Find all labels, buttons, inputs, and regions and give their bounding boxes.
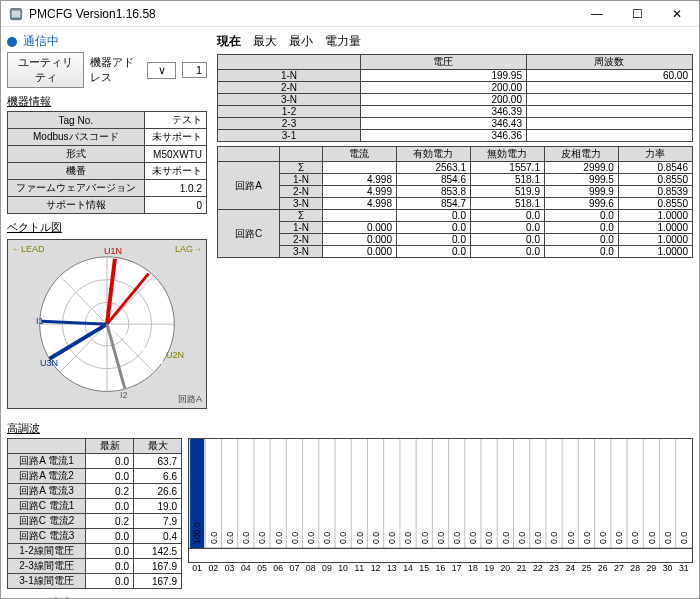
power-cell: 999.6 [544, 198, 618, 210]
tab-max[interactable]: 最大 [253, 33, 277, 50]
svg-text:0.0: 0.0 [209, 532, 219, 544]
vector-section: ベクトル図 [7, 220, 207, 235]
comm-status: 通信中 [7, 33, 207, 50]
minimize-button[interactable]: — [583, 7, 611, 21]
svg-text:31: 31 [679, 563, 689, 573]
power-cell: 0.8546 [618, 162, 692, 174]
harm-max: 63.7 [134, 454, 182, 469]
harm-latest: 0.0 [86, 574, 134, 589]
power-cell [323, 162, 397, 174]
voltage-row-label: 3-N [218, 94, 361, 106]
power-row-label: 3-N [280, 198, 323, 210]
harmonics-table: 最新最大 回路A 電流10.063.7回路A 電流20.06.6回路A 電流30… [7, 438, 182, 589]
power-cell: 0.8550 [618, 174, 692, 186]
lead-label: ←LEAD [12, 244, 45, 254]
voltage-row-label: 2-3 [218, 118, 361, 130]
power-row-label: 1-N [280, 222, 323, 234]
svg-text:0.0: 0.0 [630, 532, 640, 544]
utility-button[interactable]: ユーティリティ [7, 52, 84, 88]
svg-text:14: 14 [403, 563, 413, 573]
power-cell: 519.9 [470, 186, 544, 198]
power-cell: 0.000 [323, 222, 397, 234]
power-row-label: 3-N [280, 246, 323, 258]
svg-text:20: 20 [501, 563, 511, 573]
harm-row-label: 3-1線間電圧 [8, 574, 86, 589]
svg-text:24: 24 [565, 563, 575, 573]
row-tagno-label: Tag No. [8, 112, 145, 129]
app-icon [9, 7, 23, 21]
power-cell: 2999.0 [544, 162, 618, 174]
voltage-header-volt: 電圧 [360, 55, 526, 70]
power-cell: 518.1 [470, 174, 544, 186]
svg-text:30: 30 [663, 563, 673, 573]
power-row-label: 2-N [280, 234, 323, 246]
svg-text:0.0: 0.0 [355, 532, 365, 544]
power-header: 有効電力 [396, 147, 470, 162]
addr-value[interactable]: 1 [182, 62, 207, 78]
svg-text:18: 18 [468, 563, 478, 573]
power-row-label: 2-N [280, 186, 323, 198]
power-cell: 853.8 [396, 186, 470, 198]
tab-current[interactable]: 現在 [217, 33, 241, 50]
power-cell: 0.0 [396, 222, 470, 234]
title-bar: PMCFG Version1.16.58 — ☐ ✕ [1, 1, 699, 27]
tab-energy[interactable]: 電力量 [325, 33, 361, 50]
svg-text:0.0: 0.0 [566, 532, 576, 544]
harm-latest: 0.0 [86, 529, 134, 544]
svg-rect-1 [12, 10, 21, 17]
power-row-label: 1-N [280, 174, 323, 186]
harm-max: 6.6 [134, 469, 182, 484]
row-serial-value: 未サポート [144, 163, 206, 180]
power-row-label: Σ [280, 210, 323, 222]
power-cell: 0.0 [470, 222, 544, 234]
u2n-label: U2N [166, 350, 184, 360]
u1n-label: U1N [104, 246, 122, 256]
power-cell: 0.0 [544, 210, 618, 222]
svg-text:26: 26 [598, 563, 608, 573]
svg-text:0.0: 0.0 [614, 532, 624, 544]
row-type-value: M50XWTU [144, 146, 206, 163]
voltage-row-label: 3-1 [218, 130, 361, 142]
harm-row-label: 2-3線間電圧 [8, 559, 86, 574]
svg-text:0.0: 0.0 [387, 532, 397, 544]
power-cell: 0.0 [470, 246, 544, 258]
power-cell: 0.8550 [618, 198, 692, 210]
svg-text:0.0: 0.0 [549, 532, 559, 544]
harm-row-label: 回路C 電流3 [8, 529, 86, 544]
harm-row-label: 1-2線間電圧 [8, 544, 86, 559]
svg-text:25: 25 [582, 563, 592, 573]
svg-text:22: 22 [533, 563, 543, 573]
power-header: 無効電力 [470, 147, 544, 162]
power-route-c: 回路C [218, 210, 280, 258]
voltage-row-label: 1-N [218, 70, 361, 82]
harm-latest: 0.2 [86, 484, 134, 499]
svg-text:03: 03 [225, 563, 235, 573]
svg-text:27: 27 [614, 563, 624, 573]
row-modbus-label: Modbusパスコード [8, 129, 145, 146]
power-cell: 4.998 [323, 174, 397, 186]
maximize-button[interactable]: ☐ [623, 7, 651, 21]
voltage-row-label: 1-2 [218, 106, 361, 118]
harm-max: 142.5 [134, 544, 182, 559]
tab-min[interactable]: 最小 [289, 33, 313, 50]
harm-row-label: 回路A 電流1 [8, 454, 86, 469]
voltage-row-value [526, 106, 692, 118]
voltage-row-value: 200.00 [360, 94, 526, 106]
addr-label: 機器アドレス [90, 55, 141, 85]
power-cell: 0.000 [323, 234, 397, 246]
lag-label: LAG→ [175, 244, 202, 254]
svg-text:0.0: 0.0 [484, 532, 494, 544]
svg-text:0.0: 0.0 [290, 532, 300, 544]
close-button[interactable]: ✕ [663, 7, 691, 21]
power-cell: 0.0 [470, 234, 544, 246]
svg-text:16: 16 [436, 563, 446, 573]
svg-text:06: 06 [273, 563, 283, 573]
svg-text:0.0: 0.0 [663, 532, 673, 544]
power-cell: 1.0000 [618, 246, 692, 258]
svg-text:21: 21 [517, 563, 527, 573]
svg-text:0.0: 0.0 [501, 532, 511, 544]
harm-latest: 0.0 [86, 544, 134, 559]
svg-text:11: 11 [354, 563, 364, 573]
harm-row-label: 回路C 電流2 [8, 514, 86, 529]
addr-select[interactable]: ∨ [147, 62, 175, 79]
